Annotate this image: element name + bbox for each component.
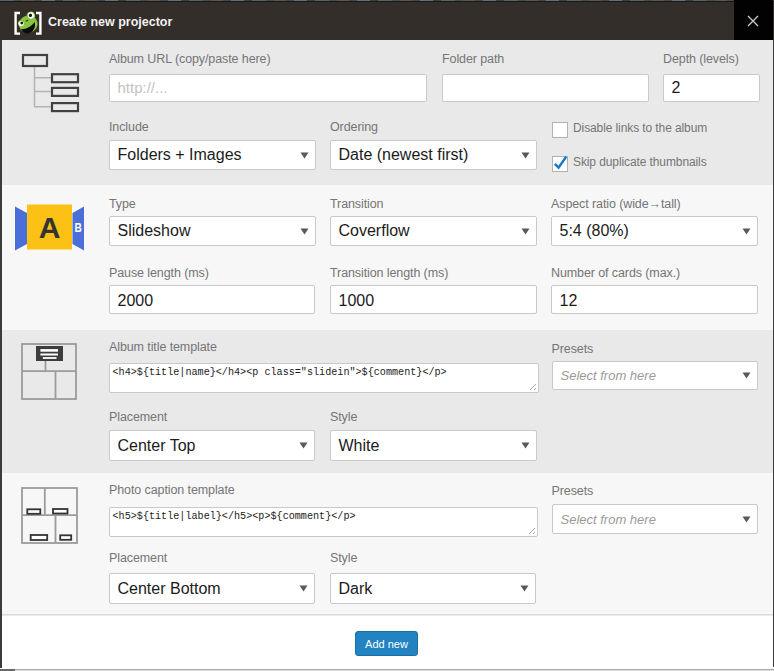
- svg-text:A: A: [39, 211, 61, 244]
- svg-text:B: B: [75, 220, 83, 236]
